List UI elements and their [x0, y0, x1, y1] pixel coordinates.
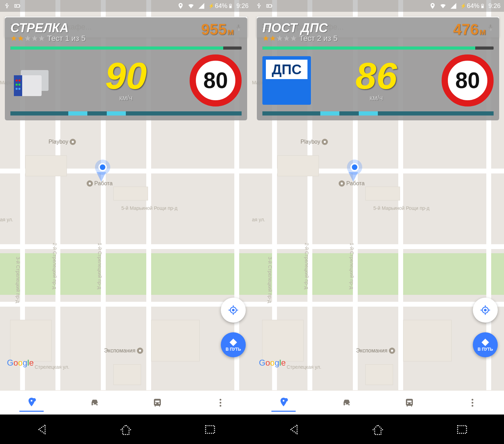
svg-point-16	[18, 79, 20, 82]
distance-progress-bar	[10, 46, 242, 50]
start-route-button[interactable]: В ПУТЬ	[221, 332, 246, 357]
home-button[interactable]	[370, 422, 385, 437]
distance-progress-bar	[262, 46, 494, 50]
google-logo: Google	[259, 358, 286, 368]
street-label: 2-й Стрелецкий пр-д	[304, 243, 310, 289]
rating-stars: ★★★★★	[10, 34, 45, 43]
street-label: Стрелецкая ул.	[287, 364, 321, 370]
speed-limit-sign: 80	[442, 54, 494, 106]
street-label: 1-й Стрелецкий пр-д	[97, 243, 103, 289]
user-location-dot	[350, 163, 359, 171]
directions-icon	[481, 338, 490, 347]
back-button[interactable]	[286, 422, 302, 437]
crosshair-icon	[480, 305, 490, 315]
section-progress-bar	[262, 111, 494, 116]
street-label: ая ул.	[252, 217, 265, 222]
phone-screen-left: Playboy Работа Экспомания 5-й Марьиной Р…	[0, 0, 252, 444]
svg-rect-37	[482, 6, 484, 8]
clock: 9:26	[488, 2, 501, 10]
signal-icon	[198, 2, 205, 9]
tab-explore[interactable]	[19, 393, 44, 412]
location-icon	[177, 2, 184, 9]
rating-stars: ★★★★★	[262, 34, 297, 43]
speed-unit: км/ч	[119, 94, 132, 102]
locate-me-button[interactable]	[473, 298, 498, 323]
street-label: Стрелецкая ул.	[35, 364, 69, 370]
street-label: 2-й Стрелецкий пр-д	[52, 243, 58, 289]
wifi-icon	[188, 2, 194, 9]
tab-driving[interactable]	[334, 394, 359, 411]
back-button[interactable]	[34, 422, 50, 437]
usb-icon	[255, 2, 262, 9]
locate-me-button[interactable]	[221, 298, 246, 323]
svg-point-1	[233, 309, 234, 311]
recent-apps-button[interactable]	[454, 422, 470, 437]
system-nav-bar	[0, 415, 252, 444]
dps-sign-icon: ДПС	[262, 56, 311, 105]
clock: 9:26	[236, 2, 249, 10]
svg-point-17	[16, 84, 18, 86]
battery-saver-icon	[14, 2, 21, 9]
usb-icon	[3, 2, 10, 9]
svg-point-24	[220, 405, 221, 407]
svg-rect-36	[482, 4, 483, 4]
speed-unit: км/ч	[370, 94, 383, 102]
svg-rect-7	[20, 5, 20, 6]
svg-rect-8	[16, 5, 17, 6]
section-progress-bar	[10, 111, 242, 116]
street-label: ая ул.	[0, 217, 13, 222]
svg-rect-33	[272, 5, 272, 6]
radar-warning-card[interactable]: ПОСТ ДПС ★★★★★ Тест 2 из 5 476м ДПС 86 к…	[257, 17, 499, 120]
home-button[interactable]	[118, 422, 133, 437]
svg-rect-14	[14, 75, 22, 96]
poi-expo[interactable]: Экспомания	[104, 348, 143, 354]
recent-apps-button[interactable]	[202, 422, 218, 437]
svg-point-22	[220, 399, 221, 400]
start-route-button[interactable]: В ПУТЬ	[473, 332, 498, 357]
tab-transit[interactable]	[145, 394, 170, 411]
battery-icon	[480, 2, 485, 9]
battery-percent: 64%	[215, 2, 227, 10]
crosshair-icon	[228, 305, 238, 315]
battery-percent: 64%	[467, 2, 479, 10]
rating-text: Тест 1 из 5	[47, 34, 86, 43]
rating-text: Тест 2 из 5	[299, 34, 338, 43]
system-nav-bar	[252, 415, 504, 444]
warning-title: СТРЕЛКА	[10, 21, 86, 35]
current-speed: 90	[105, 59, 147, 93]
user-direction-arrow	[348, 172, 358, 182]
svg-point-23	[220, 402, 221, 403]
svg-point-20	[18, 88, 20, 90]
mode-tab-bar	[0, 390, 252, 415]
street-label: 1-й Стрелецкий пр-д	[349, 243, 355, 289]
poi-playboy[interactable]: Playboy	[301, 139, 328, 145]
svg-point-38	[284, 398, 288, 402]
speed-camera-icon	[10, 60, 62, 101]
warning-title: ПОСТ ДПС	[262, 21, 338, 35]
battery-icon	[228, 2, 233, 9]
google-logo: Google	[7, 358, 34, 368]
tab-more[interactable]	[208, 394, 233, 411]
tab-more[interactable]	[460, 394, 485, 411]
svg-rect-11	[230, 6, 232, 8]
radar-warning-card[interactable]: СТРЕЛКА ★★★★★ Тест 1 из 5 955м	[5, 17, 247, 120]
microphone-icon	[488, 26, 494, 35]
tab-transit[interactable]	[397, 394, 422, 411]
svg-rect-34	[268, 5, 269, 6]
poi-expo[interactable]: Экспомания	[356, 348, 395, 354]
svg-point-21	[32, 398, 36, 402]
svg-point-27	[485, 309, 486, 311]
tab-explore[interactable]	[271, 393, 296, 412]
directions-icon	[229, 338, 238, 347]
signal-icon	[450, 2, 457, 9]
tab-driving[interactable]	[82, 394, 107, 411]
poi-playboy[interactable]: Playboy	[49, 139, 76, 145]
street-label: 3-й Стрелецкий пр-д	[267, 257, 273, 303]
phone-screen-right: Playboy Работа Экспомания 5-й Марьиной Р…	[252, 0, 504, 444]
location-icon	[429, 2, 436, 9]
mode-tab-bar	[252, 390, 504, 415]
svg-point-18	[18, 84, 20, 86]
microphone-icon	[236, 26, 242, 35]
street-label: 3-й Стрелецкий пр-д	[15, 257, 21, 303]
distance-value: 476м	[453, 21, 494, 38]
